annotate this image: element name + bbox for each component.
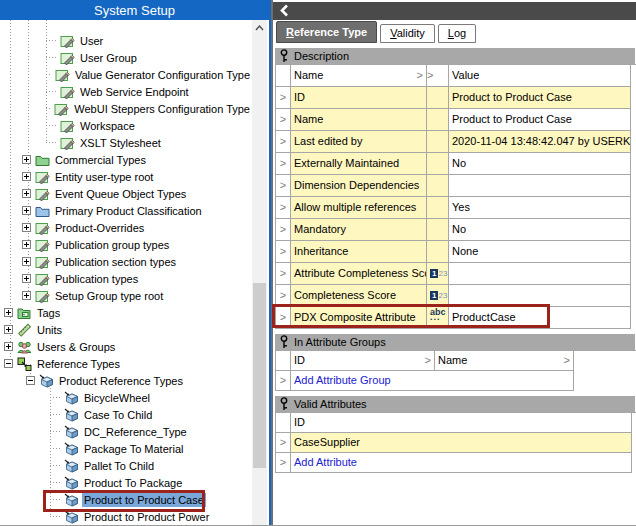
tree-item-label[interactable]: Product Reference Types	[57, 374, 185, 388]
tree-item-label[interactable]: XSLT Stylesheet	[78, 136, 163, 150]
tree-item-product-to-product-power[interactable]: Product to Product Power	[0, 508, 252, 525]
tree-item-label[interactable]: Commercial Types	[53, 153, 148, 167]
tree-item-label[interactable]: Users & Groups	[35, 340, 117, 354]
row-expand-icon[interactable]: >	[276, 131, 291, 153]
id-column-header[interactable]: ID	[291, 413, 632, 433]
sort-icon[interactable]: >	[425, 354, 431, 370]
tree-scrollbar[interactable]	[252, 20, 267, 526]
tree-item-xslt-stylesheet[interactable]: XSLT Stylesheet	[0, 134, 252, 151]
tree-item-label[interactable]: User Group	[78, 51, 139, 65]
row-expand-icon[interactable]: >	[276, 453, 291, 473]
tree-item-product-to-product-case[interactable]: Product to Product Case	[0, 491, 252, 508]
scroll-up-icon[interactable]	[252, 20, 267, 36]
tree-item-package-to-material[interactable]: Package To Material	[0, 440, 252, 457]
tree-item-label[interactable]: Product-Overrides	[53, 221, 146, 235]
tree-item-label[interactable]: Value Generator Configuration Type	[73, 68, 252, 82]
tree-item-units[interactable]: Units	[0, 321, 252, 338]
valid-attribute-id-cell[interactable]: CaseSupplier	[291, 433, 632, 453]
attribute-value-cell[interactable]	[449, 175, 631, 197]
tree-item-publication-group-types[interactable]: Publication group types	[0, 236, 252, 253]
expand-icon[interactable]	[22, 155, 31, 164]
tree-item-label[interactable]: Event Queue Object Types	[53, 187, 188, 201]
attribute-value-cell[interactable]: ProductCase	[449, 307, 631, 329]
attribute-value-cell[interactable]: Product to Product Case	[449, 109, 631, 131]
tree-item-label[interactable]: Reference Types	[35, 357, 122, 371]
tree-item-webui-steppers-configuration-type[interactable]: WebUI Steppers Configuration Type	[0, 100, 252, 117]
tree-item-label[interactable]: Setup Group type root	[53, 289, 165, 303]
expand-icon[interactable]	[22, 172, 31, 181]
row-expand-icon[interactable]: >	[276, 219, 291, 241]
tree-item-label[interactable]: WebUI Steppers Configuration Type	[72, 102, 252, 116]
tree-item-case-to-child[interactable]: Case To Child	[0, 406, 252, 423]
tree-item-label[interactable]: Product to Product Case	[82, 493, 206, 507]
tree-item-commercial-types[interactable]: Commercial Types	[0, 151, 252, 168]
tree-item-label[interactable]: Publication types	[53, 272, 140, 286]
add-attribute-link[interactable]: Add Attribute	[291, 453, 632, 473]
tree-item-bicyclewheel[interactable]: BicycleWheel	[0, 389, 252, 406]
tree-item-event-queue-object-types[interactable]: Event Queue Object Types	[0, 185, 252, 202]
back-button[interactable]	[279, 4, 290, 19]
sort-icon[interactable]: >	[417, 69, 423, 86]
tree-item-publication-section-types[interactable]: Publication section types	[0, 253, 252, 270]
tab-log[interactable]: Log	[438, 24, 476, 43]
tree-item-label[interactable]: Tags	[35, 306, 62, 320]
row-expand-icon[interactable]: >	[276, 153, 291, 175]
tree-item-label[interactable]: Product To Package	[82, 476, 184, 490]
attribute-value-cell[interactable]: No	[449, 153, 631, 175]
add-attribute-group-link[interactable]: Add Attribute Group	[291, 371, 574, 391]
row-expand-icon[interactable]: >	[276, 87, 291, 109]
tree-item-user-group[interactable]: User Group	[0, 49, 252, 66]
tree-item-label[interactable]: Publication section types	[53, 255, 178, 269]
id-column-header[interactable]: ID>	[291, 351, 435, 371]
tree-item-product-overrides[interactable]: Product-Overrides	[0, 219, 252, 236]
tab-validity[interactable]: Validity	[380, 24, 435, 43]
attribute-value-cell[interactable]: Product to Product Case	[449, 87, 631, 109]
row-expand-icon[interactable]: >	[276, 307, 291, 329]
collapse-icon[interactable]	[4, 359, 13, 368]
row-expand-icon[interactable]: >	[276, 197, 291, 219]
expand-icon[interactable]	[4, 308, 13, 317]
collapse-icon[interactable]	[26, 376, 35, 385]
expand-icon[interactable]	[22, 206, 31, 215]
row-expand-icon[interactable]: >	[276, 371, 291, 391]
tree-item-dc-reference-type[interactable]: DC_Reference_Type	[0, 423, 252, 440]
tree-item-workspace[interactable]: Workspace	[0, 117, 252, 134]
attribute-value-cell[interactable]: No	[449, 219, 631, 241]
tree-item-label[interactable]: BicycleWheel	[82, 391, 152, 405]
expand-icon[interactable]	[22, 223, 31, 232]
scrollbar-thumb[interactable]	[253, 283, 266, 468]
attribute-value-cell[interactable]	[449, 285, 631, 307]
row-expand-icon[interactable]: >	[276, 263, 291, 285]
tree-item-value-generator-configuration-type[interactable]: Value Generator Configuration Type	[0, 66, 252, 83]
value-column-header[interactable]: Value	[449, 65, 631, 87]
expand-icon[interactable]	[22, 274, 31, 283]
tree-item-primary-product-classification[interactable]: Primary Product Classification	[0, 202, 252, 219]
expand-icon[interactable]	[22, 257, 31, 266]
row-expand-icon[interactable]: >	[276, 241, 291, 263]
tree-item-label[interactable]: Pallet To Child	[82, 459, 156, 473]
tree-item-reference-types[interactable]: Reference Types	[0, 355, 252, 372]
tree-item-label[interactable]: User	[78, 34, 105, 48]
sort-icon[interactable]: >	[564, 354, 570, 370]
attribute-value-cell[interactable]	[449, 263, 631, 285]
tree-item-publication-types[interactable]: Publication types	[0, 270, 252, 287]
name-column-header[interactable]: Name>	[435, 351, 574, 371]
row-expand-icon[interactable]: >	[276, 285, 291, 307]
tree-item-tags[interactable]: Tags	[0, 304, 252, 321]
tree-item-label[interactable]: Workspace	[78, 119, 137, 133]
tree-item-label[interactable]: Package To Material	[82, 442, 185, 456]
tab-reference-type[interactable]: Reference Type	[276, 21, 377, 43]
tree-item-label[interactable]: Case To Child	[82, 408, 154, 422]
attribute-value-cell[interactable]: None	[449, 241, 631, 263]
row-expand-icon[interactable]: >	[276, 109, 291, 131]
expand-icon[interactable]	[22, 189, 31, 198]
tree-item-product-reference-types[interactable]: Product Reference Types	[0, 372, 252, 389]
expand-icon[interactable]	[4, 342, 13, 351]
tree-item-product-to-package[interactable]: Product To Package	[0, 474, 252, 491]
tree-item-label[interactable]: DC_Reference_Type	[82, 425, 189, 439]
tree-item-setup-group-type-root[interactable]: Setup Group type root	[0, 287, 252, 304]
expand-icon[interactable]	[22, 240, 31, 249]
attribute-value-cell[interactable]: Yes	[449, 197, 631, 219]
tree-item-label[interactable]: Web Service Endpoint	[78, 85, 191, 99]
tree-item-label[interactable]: Primary Product Classification	[53, 204, 204, 218]
